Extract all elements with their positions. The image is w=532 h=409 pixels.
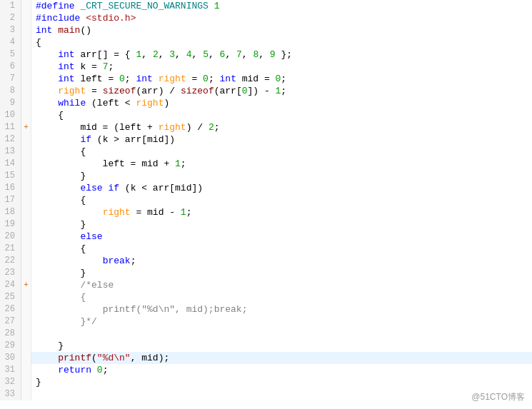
line-gutter [21,97,31,109]
line-gutter [21,291,31,303]
line-content: } [31,170,532,182]
line-gutter [21,218,31,231]
line-gutter [21,303,31,315]
line-content: } [31,376,532,388]
line-number: 31 [0,364,21,376]
line-number: 19 [0,218,21,231]
line-number: 11 [0,121,21,133]
line-content: /*else [31,279,532,291]
line-content: { [31,146,532,158]
line-content: if (k > arr[mid]) [31,133,532,146]
code-line: 22 break; [0,255,532,267]
code-line: 7 int left = 0; int right = 0; int mid =… [0,73,532,85]
code-line: 19 } [0,218,532,231]
line-number: 33 [0,388,21,400]
line-number: 27 [0,315,21,328]
line-gutter [21,170,31,182]
line-number: 4 [0,36,21,49]
line-gutter [21,267,31,279]
line-number: 16 [0,182,21,194]
line-content: int main() [31,24,532,36]
code-line: 25 { [0,291,532,303]
line-number: 29 [0,340,21,352]
code-line: 14 left = mid + 1; [0,158,532,170]
code-line: 28 [0,328,532,340]
line-content: }*/ [31,315,532,328]
line-number: 1 [0,0,21,12]
code-editor[interactable]: 1 #define _CRT_SECURE_NO_WARNINGS 1 2 #i… [0,0,532,409]
line-content: printf("%d\n", mid); [31,352,532,364]
watermark: @51CTO博客 [471,391,525,403]
line-gutter [21,231,31,243]
line-content: right = mid - 1; [31,206,532,218]
code-line: 11 + mid = (left + right) / 2; [0,121,532,133]
line-content: return 0; [31,364,532,376]
line-content: { [31,36,532,49]
line-number: 14 [0,158,21,170]
line-number: 5 [0,49,21,61]
line-content: { [31,243,532,255]
line-gutter: + [21,121,31,133]
line-number: 8 [0,85,21,97]
line-gutter: + [21,279,31,291]
line-gutter [21,158,31,170]
code-line: 23 } [0,267,532,279]
line-content: #define _CRT_SECURE_NO_WARNINGS 1 [31,0,532,12]
line-number: 20 [0,231,21,243]
code-line: 18 right = mid - 1; [0,206,532,218]
code-line: 29 } [0,340,532,352]
code-line: 24 + /*else [0,279,532,291]
line-content: } [31,340,532,352]
line-number: 15 [0,170,21,182]
line-number: 22 [0,255,21,267]
code-line: 8 right = sizeof(arr) / sizeof(arr[0]) -… [0,85,532,97]
line-content: right = sizeof(arr) / sizeof(arr[0]) - 1… [31,85,532,97]
line-number: 17 [0,194,21,206]
code-line: 6 int k = 7; [0,61,532,73]
line-gutter [21,388,31,400]
line-content: int k = 7; [31,61,532,73]
code-line: 3 int main() [0,24,532,36]
line-gutter [21,182,31,194]
code-line: 13 { [0,146,532,158]
line-content: break; [31,255,532,267]
line-gutter [21,73,31,85]
line-content: { [31,194,532,206]
line-number: 24 [0,279,21,291]
line-gutter [21,376,31,388]
code-area: 1 #define _CRT_SECURE_NO_WARNINGS 1 2 #i… [0,0,532,409]
line-number: 12 [0,133,21,146]
code-line: 10 { [0,109,532,121]
line-gutter [21,12,31,24]
line-number: 23 [0,267,21,279]
line-gutter [21,49,31,61]
line-gutter [21,146,31,158]
line-number: 9 [0,97,21,109]
code-line: 9 while (left < right) [0,97,532,109]
line-number: 6 [0,61,21,73]
line-gutter [21,340,31,352]
code-line: 20 else [0,231,532,243]
code-line: 26 printf("%d\n", mid);break; [0,303,532,315]
line-content: { [31,109,532,121]
line-content: { [31,291,532,303]
line-gutter [21,133,31,146]
code-line: 4 { [0,36,532,49]
code-line: 2 #include <stdio.h> [0,12,532,24]
code-line: 33 [0,388,532,400]
line-content: while (left < right) [31,97,532,109]
line-gutter [21,364,31,376]
line-number: 30 [0,352,21,364]
code-line: 15 } [0,170,532,182]
line-content [31,328,532,340]
line-number: 21 [0,243,21,255]
code-line: 5 int arr[] = { 1, 2, 3, 4, 5, 6, 7, 8, … [0,49,532,61]
line-content: #include <stdio.h> [31,12,532,24]
code-line: 12 if (k > arr[mid]) [0,133,532,146]
line-gutter [21,36,31,49]
line-number: 32 [0,376,21,388]
line-gutter [21,24,31,36]
line-number: 7 [0,73,21,85]
code-line: 21 { [0,243,532,255]
code-line: 17 { [0,194,532,206]
